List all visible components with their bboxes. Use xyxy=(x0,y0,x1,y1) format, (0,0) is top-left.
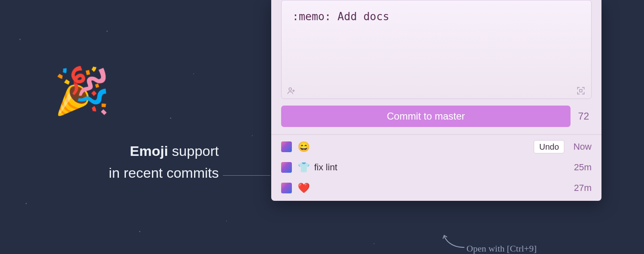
connector-line xyxy=(223,175,270,176)
commit-time: Now xyxy=(570,141,592,152)
recent-commits-list: 😄 Undo Now 👕 fix lint 25m ❤️ 27m xyxy=(271,136,601,198)
party-popper-icon: 🎉 xyxy=(54,68,110,113)
undo-button[interactable]: Undo xyxy=(534,140,564,153)
add-co-author-icon[interactable] xyxy=(287,87,296,94)
keyboard-hint: Open with [Ctrl+9] xyxy=(466,243,537,254)
svg-rect-1 xyxy=(580,89,582,92)
commit-item[interactable]: ❤️ 27m xyxy=(281,178,592,198)
svg-point-0 xyxy=(289,88,291,90)
commit-panel: Commit to master 72 😄 Undo Now 👕 fix lin… xyxy=(271,0,601,201)
hint-arrow-icon xyxy=(442,233,466,249)
caption: Emoji support in recent commits xyxy=(0,140,219,183)
commit-item[interactable]: 😄 Undo Now xyxy=(281,136,592,157)
avatar xyxy=(281,141,292,152)
commit-time: 27m xyxy=(570,183,592,193)
commit-message: ❤️ xyxy=(298,182,564,194)
commit-input-box xyxy=(281,0,592,99)
avatar xyxy=(281,162,292,173)
commit-message: 😄 xyxy=(298,141,528,153)
commit-button[interactable]: Commit to master xyxy=(281,106,571,127)
commit-time: 25m xyxy=(570,162,592,173)
commit-message-input[interactable] xyxy=(282,0,591,83)
char-count: 72 xyxy=(578,111,592,122)
fullscreen-icon[interactable] xyxy=(576,86,585,95)
commit-item[interactable]: 👕 fix lint 25m xyxy=(281,157,592,178)
divider xyxy=(271,134,601,135)
commit-message: 👕 fix lint xyxy=(298,162,564,173)
avatar xyxy=(281,183,292,193)
